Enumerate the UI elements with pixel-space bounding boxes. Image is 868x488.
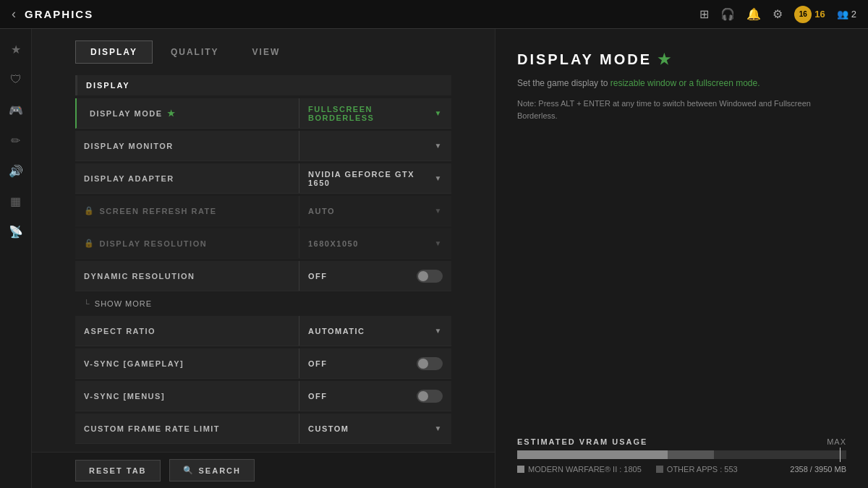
setting-value-dynamic-resolution: OFF [299,270,451,283]
topbar-right: ⊞ 🎧 🔔 ⚙ 16 16 👥 2 [699,6,856,23]
page-title: GRAPHICS [25,8,93,20]
tab-quality[interactable]: QUALITY [156,40,234,64]
setting-row-display-resolution: 🔒 DISPLAY RESOLUTION 1680X1050 ▼ [75,228,451,259]
tab-display[interactable]: DISPLAY [75,40,153,64]
tab-view[interactable]: VIEW [237,40,296,64]
level-circle: 16 [794,6,812,23]
star-icon-display-mode: ★ [167,108,176,119]
setting-value-display-monitor: ▼ [299,142,451,150]
setting-label-vsync-gameplay: V-SYNC [GAMEPLAY] [75,359,299,368]
level-number: 16 [814,9,825,20]
sidebar-icon-edit[interactable]: ✏ [3,127,29,153]
vram-bar-container [517,450,846,459]
setting-row-display-mode[interactable]: DISPLAY MODE ★ FULLSCREEN BORDERLESS ▼ [75,98,451,129]
detail-title: DISPLAY MODE ★ [517,51,846,68]
sidebar-icon-controller[interactable]: 🎮 [3,97,29,123]
vram-legend-mw: MODERN WARFARE® II : 1805 [517,465,642,474]
settings-panel: DISPLAY DISPLAY MODE ★ FULLSCREEN BORDER… [32,64,495,452]
vram-max-label: MAX [827,437,846,446]
setting-value-vsync-menus: OFF [299,390,451,403]
players-badge: 👥 2 [837,9,856,20]
topbar-left: ‹ GRAPHICS [12,7,93,22]
setting-value-aspect-ratio: AUTOMATIC ▼ [299,327,451,335]
setting-value-display-adapter: NVIDIA GEFORCE GTX 1650 ▼ [299,170,451,187]
setting-label-display-resolution: 🔒 DISPLAY RESOLUTION [75,239,299,248]
chevron-down-icon: ▼ [435,142,443,150]
vram-other-label: OTHER APPS : 553 [667,465,738,474]
sidebar-icon-shield[interactable]: 🛡 [3,67,29,93]
sidebar-icon-star[interactable]: ★ [3,36,29,62]
bell-icon[interactable]: 🔔 [746,7,761,21]
section-header-display: DISPLAY [75,75,451,95]
headset-icon[interactable]: 🎧 [720,7,735,21]
setting-row-vsync-gameplay[interactable]: V-SYNC [GAMEPLAY] OFF [75,348,451,379]
search-icon: 🔍 [183,466,195,475]
vram-usage-text: 2358 / 3950 MB [790,465,846,474]
setting-row-custom-frame-rate[interactable]: CUSTOM FRAME RATE LIMIT CUSTOM ▼ [75,414,451,444]
sidebar-icon-network[interactable]: 📡 [3,218,29,244]
bottom-bar: RESET TAB 🔍 SEARCH [32,452,495,488]
setting-row-display-adapter[interactable]: DISPLAY ADAPTER NVIDIA GEFORCE GTX 1650 … [75,163,451,194]
search-label: SEARCH [199,466,241,475]
vram-legend-other: OTHER APPS : 553 [656,465,738,474]
setting-row-vsync-menus[interactable]: V-SYNC [MENUS] OFF [75,381,451,411]
vram-legend: MODERN WARFARE® II : 1805 OTHER APPS : 5… [517,465,846,474]
vram-dot-other [656,466,663,473]
setting-value-display-mode: FULLSCREEN BORDERLESS ▼ [299,105,451,122]
dynamic-resolution-toggle[interactable] [417,270,443,283]
setting-row-screen-refresh-rate: 🔒 SCREEN REFRESH RATE AUTO ▼ [75,196,451,226]
lock-icon: 🔒 [84,239,95,248]
vram-max-marker [840,448,841,462]
show-more-row[interactable]: └ SHOW MORE [75,294,451,314]
reset-tab-button[interactable]: RESET TAB [75,460,161,481]
sidebar-icons: ★ 🛡 🎮 ✏ 🔊 ▦ 📡 [0,29,32,488]
detail-star-icon: ★ [658,51,673,68]
setting-row-dynamic-resolution[interactable]: DYNAMIC RESOLUTION OFF [75,261,451,291]
gear-icon[interactable]: ⚙ [773,7,783,21]
level-badge: 16 16 [794,6,825,23]
chevron-down-icon: ▼ [435,109,443,117]
setting-label-display-monitor: DISPLAY MONITOR [75,142,299,150]
setting-row-display-monitor[interactable]: DISPLAY MONITOR ▼ [75,131,451,161]
detail-description: Set the game display to resizable window… [517,77,846,90]
sidebar-icon-audio[interactable]: 🔊 [3,158,29,184]
setting-label-display-mode: DISPLAY MODE ★ [77,108,299,119]
grid-icon[interactable]: ⊞ [699,7,709,21]
back-button[interactable]: ‹ [12,7,16,22]
sidebar-icon-display[interactable]: ▦ [3,188,29,214]
vram-header: ESTIMATED VRAM USAGE MAX [517,437,846,446]
players-count: 2 [851,9,856,20]
search-button[interactable]: 🔍 SEARCH [169,459,255,481]
setting-label-display-adapter: DISPLAY ADAPTER [75,174,299,183]
setting-label-aspect-ratio: ASPECT RATIO [75,327,299,335]
setting-value-display-resolution: 1680X1050 ▼ [299,239,451,248]
tabs: DISPLAY QUALITY VIEW [32,29,495,64]
lock-icon: 🔒 [84,206,95,215]
vram-dot-mw [517,466,524,473]
chevron-down-icon: ▼ [435,424,443,432]
right-panel: DISPLAY MODE ★ Set the game display to r… [495,29,868,488]
show-more-label: SHOW MORE [95,299,152,308]
chevron-down-icon: ▼ [435,239,443,247]
detail-link[interactable]: resizable window or a fullscreen mode. [610,78,760,88]
topbar: ‹ GRAPHICS ⊞ 🎧 🔔 ⚙ 16 16 👥 2 [0,0,868,29]
left-panel: DISPLAY QUALITY VIEW DISPLAY DISPLAY MOD… [32,29,495,488]
vsync-gameplay-toggle[interactable] [417,357,443,370]
vram-section: ESTIMATED VRAM USAGE MAX MODERN WARFARE®… [517,437,846,474]
indent-icon: └ [84,299,90,308]
setting-value-screen-refresh-rate: AUTO ▼ [299,207,451,215]
vram-bar-other [668,450,714,459]
vram-mw-label: MODERN WARFARE® II : 1805 [528,465,642,474]
players-icon: 👥 [837,9,848,20]
content-area: DISPLAY QUALITY VIEW DISPLAY DISPLAY MOD… [32,29,868,488]
setting-label-custom-frame-rate: CUSTOM FRAME RATE LIMIT [75,424,299,433]
vsync-menus-toggle[interactable] [417,390,443,403]
setting-row-aspect-ratio[interactable]: ASPECT RATIO AUTOMATIC ▼ [75,316,451,346]
detail-note: Note: Press ALT + ENTER at any time to s… [517,98,846,121]
setting-label-vsync-menus: V-SYNC [MENUS] [75,392,299,401]
chevron-down-icon: ▼ [435,327,443,335]
vram-bar-mw [517,450,668,459]
setting-label-screen-refresh-rate: 🔒 SCREEN REFRESH RATE [75,206,299,215]
chevron-down-icon: ▼ [435,174,443,182]
main-layout: ★ 🛡 🎮 ✏ 🔊 ▦ 📡 DISPLAY QUALITY VIEW DISPL… [0,29,868,488]
